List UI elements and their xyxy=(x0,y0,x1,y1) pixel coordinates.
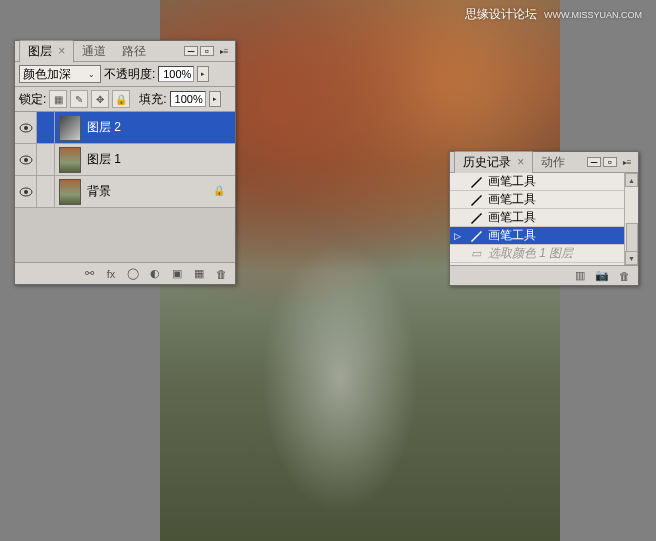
layer-name[interactable]: 图层 2 xyxy=(85,119,235,136)
new-document-from-state-button[interactable]: ▥ xyxy=(570,268,590,284)
svg-point-1 xyxy=(24,126,28,130)
layers-options-row-2: 锁定: ▦ ✎ ✥ 🔒 填充: ▸ xyxy=(15,87,235,112)
scroll-up-button[interactable]: ▲ xyxy=(625,173,638,187)
close-icon[interactable]: × xyxy=(517,155,524,169)
lock-transparency-icon[interactable]: ▦ xyxy=(49,90,67,108)
history-label: 画笔工具 xyxy=(488,173,536,190)
tab-paths[interactable]: 路径 xyxy=(114,41,154,62)
fill-flyout-button[interactable]: ▸ xyxy=(209,91,221,107)
layers-list: 图层 2图层 1背景🔒 xyxy=(15,112,235,262)
opacity-input[interactable] xyxy=(158,66,194,82)
svg-point-3 xyxy=(24,158,28,162)
lock-pixels-icon[interactable]: ✎ xyxy=(70,90,88,108)
brush-tool-icon xyxy=(467,175,485,189)
history-list: 画笔工具画笔工具画笔工具▷画笔工具▭选取颜色 1 图层 ▲ ▼ xyxy=(450,173,638,265)
new-snapshot-button[interactable]: 📷 xyxy=(592,268,612,284)
brush-tool-icon xyxy=(467,211,485,225)
layers-panel: 图层 × 通道 路径 – ▫ ▸≡ 颜色加深 ⌄ 不透明度: ▸ 锁定: ▦ ✎… xyxy=(14,40,236,285)
blend-mode-select[interactable]: 颜色加深 ⌄ xyxy=(19,65,101,83)
new-group-button[interactable]: ▣ xyxy=(167,266,187,282)
tab-history-label: 历史记录 xyxy=(463,155,511,169)
history-row[interactable]: 画笔工具 xyxy=(450,209,638,227)
tab-actions[interactable]: 动作 xyxy=(533,152,573,173)
layer-mask-button[interactable]: ◯ xyxy=(123,266,143,282)
chevron-down-icon: ⌄ xyxy=(85,70,97,79)
panel-collapse-button[interactable]: ▫ xyxy=(200,46,214,56)
delete-layer-button[interactable]: 🗑 xyxy=(211,266,231,282)
tab-history[interactable]: 历史记录 × xyxy=(454,151,533,174)
layer-row[interactable]: 图层 2 xyxy=(15,112,235,144)
opacity-label: 不透明度: xyxy=(104,66,155,83)
layer-row[interactable]: 图层 1 xyxy=(15,144,235,176)
layer-thumbnail[interactable] xyxy=(59,115,81,141)
layers-panel-tabs: 图层 × 通道 路径 – ▫ ▸≡ xyxy=(15,41,235,62)
visibility-toggle[interactable] xyxy=(15,112,37,143)
history-row[interactable]: ▭选取颜色 1 图层 xyxy=(450,245,638,263)
history-marker: ▷ xyxy=(450,231,464,241)
scroll-thumb[interactable] xyxy=(626,223,638,253)
flyout-menu-icon[interactable]: ▸≡ xyxy=(620,155,634,169)
panel-collapse-button[interactable]: ▫ xyxy=(603,157,617,167)
history-row[interactable]: ▷画笔工具 xyxy=(450,227,638,245)
history-panel-tabs: 历史记录 × 动作 – ▫ ▸≡ xyxy=(450,152,638,173)
lock-icon: 🔒 xyxy=(213,185,227,199)
flyout-menu-icon[interactable]: ▸≡ xyxy=(217,44,231,58)
history-label: 画笔工具 xyxy=(488,227,536,244)
close-icon[interactable]: × xyxy=(58,44,65,58)
layer-style-button[interactable]: fx xyxy=(101,266,121,282)
scrollbar[interactable]: ▲ ▼ xyxy=(624,173,638,265)
history-row[interactable]: 画笔工具 xyxy=(450,173,638,191)
adjustment-layer-button[interactable]: ◐ xyxy=(145,266,165,282)
delete-state-button[interactable]: 🗑 xyxy=(614,268,634,284)
history-footer: ▥ 📷 🗑 xyxy=(450,265,638,285)
new-layer-button[interactable]: ▦ xyxy=(189,266,209,282)
eye-icon xyxy=(19,155,33,165)
history-row[interactable]: 画笔工具 xyxy=(450,191,638,209)
history-label: 画笔工具 xyxy=(488,209,536,226)
scroll-down-button[interactable]: ▼ xyxy=(625,251,638,265)
fill-input[interactable] xyxy=(170,91,206,107)
eye-icon xyxy=(19,123,33,133)
lock-position-icon[interactable]: ✥ xyxy=(91,90,109,108)
history-label: 选取颜色 1 图层 xyxy=(488,245,573,262)
link-cell[interactable] xyxy=(37,112,55,143)
layer-thumbnail[interactable] xyxy=(59,147,81,173)
lock-all-icon[interactable]: 🔒 xyxy=(112,90,130,108)
layer-thumbnail[interactable] xyxy=(59,179,81,205)
svg-point-5 xyxy=(24,190,28,194)
history-panel: 历史记录 × 动作 – ▫ ▸≡ 画笔工具画笔工具画笔工具▷画笔工具▭选取颜色 … xyxy=(449,151,639,286)
watermark: 思缘设计论坛 WWW.MISSYUAN.COM xyxy=(465,6,642,23)
tab-layers[interactable]: 图层 × xyxy=(19,40,74,63)
panel-minimize-button[interactable]: – xyxy=(587,157,601,167)
link-cell[interactable] xyxy=(37,144,55,175)
watermark-main: 思缘设计论坛 xyxy=(465,7,537,21)
watermark-sub: WWW.MISSYUAN.COM xyxy=(544,10,642,20)
link-cell[interactable] xyxy=(37,176,55,207)
layers-footer: ⚯ fx ◯ ◐ ▣ ▦ 🗑 xyxy=(15,262,235,284)
visibility-toggle[interactable] xyxy=(15,144,37,175)
eye-icon xyxy=(19,187,33,197)
layer-row[interactable]: 背景🔒 xyxy=(15,176,235,208)
visibility-toggle[interactable] xyxy=(15,176,37,207)
tab-channels[interactable]: 通道 xyxy=(74,41,114,62)
layer-name[interactable]: 背景 xyxy=(85,183,213,200)
brush-tool-icon xyxy=(467,193,485,207)
opacity-flyout-button[interactable]: ▸ xyxy=(197,66,209,82)
layers-options-row-1: 颜色加深 ⌄ 不透明度: ▸ xyxy=(15,62,235,87)
layer-name[interactable]: 图层 1 xyxy=(85,151,235,168)
history-label: 画笔工具 xyxy=(488,191,536,208)
lock-label: 锁定: xyxy=(19,91,46,108)
select-layer-icon: ▭ xyxy=(467,247,485,261)
fill-label: 填充: xyxy=(139,91,166,108)
tab-layers-label: 图层 xyxy=(28,44,52,58)
blend-mode-value: 颜色加深 xyxy=(23,66,71,83)
brush-tool-icon xyxy=(467,229,485,243)
panel-minimize-button[interactable]: – xyxy=(184,46,198,56)
link-layers-button[interactable]: ⚯ xyxy=(79,266,99,282)
